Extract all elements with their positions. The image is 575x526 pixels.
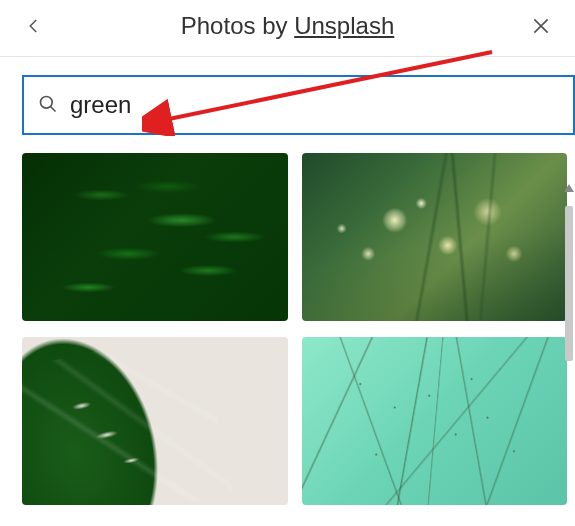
photo-thumbnail[interactable] [22, 153, 288, 321]
photo-thumbnail[interactable] [302, 153, 568, 321]
page-title: Photos by Unsplash [181, 12, 394, 40]
title-prefix: Photos by [181, 12, 294, 39]
svg-line-3 [51, 107, 56, 112]
scroll-up-arrow-icon[interactable] [563, 180, 575, 192]
search-section [0, 57, 575, 147]
header: Photos by Unsplash [0, 0, 575, 57]
close-button[interactable] [525, 10, 557, 42]
svg-marker-4 [564, 184, 574, 192]
back-button[interactable] [18, 10, 50, 42]
photo-thumbnail[interactable] [302, 337, 568, 505]
scrollbar-thumb[interactable] [565, 206, 573, 361]
chevron-left-icon [25, 17, 43, 35]
results-grid [0, 147, 575, 507]
search-input[interactable] [70, 77, 559, 133]
svg-point-2 [41, 97, 53, 109]
search-icon [38, 94, 60, 116]
close-icon [531, 16, 551, 36]
search-box[interactable] [22, 75, 575, 135]
unsplash-link[interactable]: Unsplash [294, 12, 394, 39]
photo-thumbnail[interactable] [22, 337, 288, 505]
